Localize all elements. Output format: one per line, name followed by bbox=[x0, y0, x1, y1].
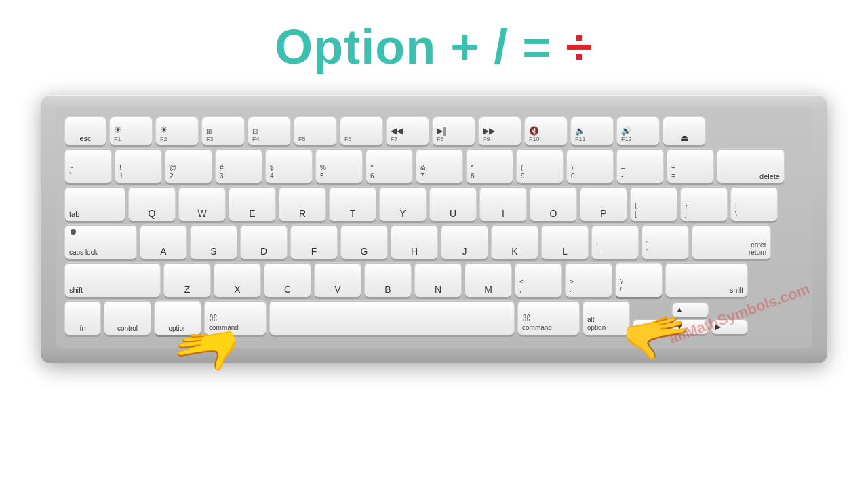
key-4[interactable]: $ 4 bbox=[266, 149, 312, 183]
key-semicolon[interactable]: : ; bbox=[592, 225, 638, 259]
key-8[interactable]: * 8 bbox=[467, 149, 513, 183]
bottom-row: fn control option ⌘ command ⌘ command bbox=[65, 301, 803, 335]
key-period[interactable]: > . bbox=[566, 263, 612, 297]
key-option-right[interactable]: alt option bbox=[583, 301, 629, 335]
key-lbracket[interactable]: { [ bbox=[631, 187, 677, 221]
key-f1[interactable]: ☀ F1 bbox=[110, 117, 152, 145]
key-minus[interactable]: – - bbox=[617, 149, 663, 183]
key-2[interactable]: @ 2 bbox=[165, 149, 212, 183]
key-n[interactable]: N bbox=[415, 263, 461, 297]
key-w[interactable]: W bbox=[179, 187, 225, 221]
key-control[interactable]: control bbox=[104, 301, 151, 335]
key-b[interactable]: B bbox=[365, 263, 411, 297]
key-t[interactable]: T bbox=[330, 187, 376, 221]
asdf-row: caps lock A S D F G H J K L : ; " ' bbox=[65, 225, 803, 259]
keyboard-wrapper: esc ☀ F1 ☀ F2 ⊞ F3 ⊟ F4 bbox=[0, 95, 868, 363]
key-y[interactable]: Y bbox=[380, 187, 426, 221]
title-area: Option + / = ÷ bbox=[0, 0, 868, 88]
key-arrow-down[interactable]: ▼ bbox=[673, 319, 708, 334]
qwerty-row: tab Q W E R T Y U I O P { [ } ] bbox=[65, 187, 803, 221]
arrow-bottom: ◀ ▼ ▶ bbox=[633, 319, 747, 334]
key-shift-right[interactable]: shift bbox=[666, 263, 747, 297]
key-s[interactable]: S bbox=[191, 225, 237, 259]
number-row: ~ ` ! 1 @ 2 # 3 $ 4 bbox=[65, 149, 803, 183]
key-comma[interactable]: < , bbox=[515, 263, 561, 297]
key-command-right[interactable]: ⌘ command bbox=[518, 301, 579, 335]
key-quote[interactable]: " ' bbox=[642, 225, 688, 259]
key-f11[interactable]: 🔉 F11 bbox=[571, 117, 613, 145]
option-label: Option bbox=[275, 20, 436, 74]
key-f12[interactable]: 🔊 F12 bbox=[617, 117, 659, 145]
key-6[interactable]: ^ 6 bbox=[366, 149, 412, 183]
result-symbol: ÷ bbox=[566, 20, 593, 74]
key-3[interactable]: # 3 bbox=[216, 149, 262, 183]
key-l[interactable]: L bbox=[542, 225, 588, 259]
title-text: Option + / = ÷ bbox=[275, 20, 593, 74]
key-u[interactable]: U bbox=[430, 187, 476, 221]
key-z[interactable]: Z bbox=[164, 263, 210, 297]
arrow-spacer-r bbox=[712, 302, 747, 317]
key-command-left[interactable]: ⌘ command bbox=[205, 301, 266, 335]
key-v[interactable]: V bbox=[315, 263, 361, 297]
key-slash[interactable]: ? / bbox=[616, 263, 662, 297]
key-f7[interactable]: ◀◀ F7 bbox=[387, 117, 429, 145]
key-rbracket[interactable]: } ] bbox=[681, 187, 727, 221]
slash-label: / bbox=[494, 20, 508, 74]
key-f[interactable]: F bbox=[291, 225, 337, 259]
key-p[interactable]: P bbox=[580, 187, 627, 221]
keyboard: esc ☀ F1 ☀ F2 ⊞ F3 ⊟ F4 bbox=[41, 95, 827, 363]
key-c[interactable]: C bbox=[264, 263, 311, 297]
key-f3[interactable]: ⊞ F3 bbox=[202, 117, 244, 145]
fn-row: esc ☀ F1 ☀ F2 ⊞ F3 ⊟ F4 bbox=[65, 117, 803, 145]
key-e[interactable]: E bbox=[229, 187, 275, 221]
key-f4[interactable]: ⊟ F4 bbox=[248, 117, 290, 145]
key-arrow-right[interactable]: ▶ bbox=[712, 319, 747, 334]
key-tab[interactable]: tab bbox=[65, 187, 125, 221]
key-7[interactable]: & 7 bbox=[416, 149, 462, 183]
key-j[interactable]: J bbox=[441, 225, 488, 259]
equals-sign: = bbox=[508, 20, 566, 74]
key-o[interactable]: O bbox=[530, 187, 576, 221]
key-9[interactable]: ( 9 bbox=[517, 149, 563, 183]
key-tilde[interactable]: ~ ` bbox=[65, 149, 111, 183]
key-backslash[interactable]: | \ bbox=[731, 187, 777, 221]
key-option-left[interactable]: option bbox=[155, 301, 201, 335]
key-enter[interactable]: enter return bbox=[692, 225, 770, 259]
key-f9[interactable]: ▶▶ F9 bbox=[479, 117, 521, 145]
key-i[interactable]: I bbox=[480, 187, 526, 221]
arrow-cluster: ▲ ◀ ▼ ▶ bbox=[633, 302, 747, 334]
key-m[interactable]: M bbox=[465, 263, 511, 297]
key-f5[interactable]: F5 bbox=[294, 117, 336, 145]
key-q[interactable]: Q bbox=[129, 187, 175, 221]
arrow-top: ▲ bbox=[633, 302, 747, 317]
key-esc[interactable]: esc bbox=[65, 117, 106, 145]
arrow-spacer-l bbox=[633, 302, 669, 317]
key-f10[interactable]: 🔇 F10 bbox=[525, 117, 567, 145]
key-r[interactable]: R bbox=[279, 187, 326, 221]
key-0[interactable]: ) 0 bbox=[567, 149, 613, 183]
key-1[interactable]: ! 1 bbox=[115, 149, 161, 183]
key-shift-left[interactable]: shift bbox=[65, 263, 160, 297]
key-5[interactable]: % 5 bbox=[316, 149, 362, 183]
key-arrow-up[interactable]: ▲ bbox=[673, 302, 708, 317]
plus-sign: + bbox=[436, 20, 494, 74]
key-space[interactable] bbox=[270, 301, 514, 335]
keyboard-inner: esc ☀ F1 ☀ F2 ⊞ F3 ⊟ F4 bbox=[56, 107, 812, 348]
key-fn[interactable]: fn bbox=[65, 301, 100, 335]
zxcv-row: shift Z X C V B N M < , > . ? bbox=[65, 263, 803, 297]
key-k[interactable]: K bbox=[492, 225, 538, 259]
key-x[interactable]: X bbox=[214, 263, 260, 297]
key-f2[interactable]: ☀ F2 bbox=[156, 117, 198, 145]
key-d[interactable]: D bbox=[241, 225, 287, 259]
key-g[interactable]: G bbox=[341, 225, 387, 259]
capslock-indicator bbox=[71, 229, 76, 235]
key-h[interactable]: H bbox=[391, 225, 437, 259]
key-a[interactable]: A bbox=[140, 225, 186, 259]
key-f6[interactable]: F6 bbox=[340, 117, 382, 145]
key-equals[interactable]: + = bbox=[667, 149, 713, 183]
key-eject[interactable]: ⏏ bbox=[663, 117, 705, 145]
key-arrow-left[interactable]: ◀ bbox=[633, 319, 669, 334]
key-f8[interactable]: ▶‖ F8 bbox=[433, 117, 475, 145]
key-capslock[interactable]: caps lock bbox=[65, 225, 136, 259]
key-delete[interactable]: delete bbox=[717, 149, 784, 183]
